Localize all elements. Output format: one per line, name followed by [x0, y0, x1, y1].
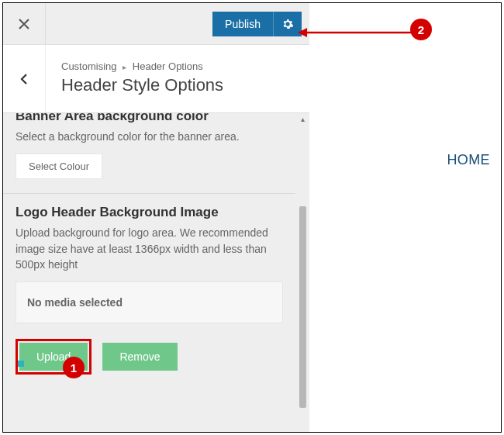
breadcrumb: Customising ▸ Header Options Header Styl…: [3, 45, 309, 113]
annotation-arrow-icon: [298, 25, 414, 40]
publish-label: Publish: [225, 18, 261, 30]
breadcrumb-parent: Header Options: [133, 60, 203, 72]
color-swatch: [18, 361, 24, 367]
media-placeholder: No media selected: [16, 281, 283, 323]
nav-home-link[interactable]: HOME: [447, 152, 490, 167]
section-banner-bg-color: Banner Area background color Select a ba…: [3, 113, 295, 194]
live-preview: HOME LATEST: [309, 3, 501, 432]
select-colour-button[interactable]: Select Colour: [16, 154, 102, 179]
publish-button[interactable]: Publish: [212, 12, 273, 36]
breadcrumb-separator-icon: ▸: [123, 63, 126, 71]
scrollbar[interactable]: ▴: [295, 113, 309, 432]
gear-icon: [281, 18, 294, 30]
banner-desc: Select a background color for the banner…: [16, 129, 283, 144]
upload-highlight: Upload: [16, 339, 91, 375]
logo-desc: Upload background for logo area. We reco…: [16, 225, 283, 272]
close-icon: [18, 18, 30, 30]
remove-button[interactable]: Remove: [102, 343, 177, 371]
banner-heading: Banner Area background color: [16, 113, 283, 124]
breadcrumb-root: Customising: [61, 60, 117, 72]
panel-title: Header Style Options: [61, 75, 223, 95]
customizer-topbar: Publish: [3, 3, 309, 45]
section-logo-header-bg: Logo Header Background Image Upload back…: [3, 194, 295, 388]
upload-button[interactable]: Upload: [19, 343, 88, 371]
back-button[interactable]: [3, 45, 46, 112]
close-customizer-button[interactable]: [3, 3, 46, 44]
chevron-left-icon: [18, 73, 30, 85]
svg-marker-1: [298, 28, 307, 37]
scrollbar-thumb[interactable]: [299, 206, 306, 408]
scroll-up-icon[interactable]: ▴: [298, 115, 307, 124]
logo-heading: Logo Header Background Image: [16, 205, 283, 220]
